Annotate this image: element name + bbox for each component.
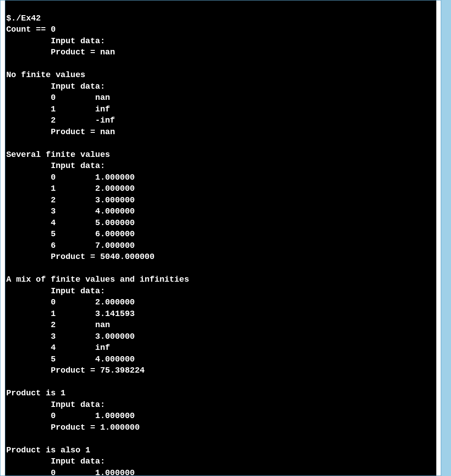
row-index: 3 <box>51 331 95 343</box>
row-index: 4 <box>51 217 95 229</box>
data-row: 33.000000 <box>6 331 436 343</box>
input-data-header: Input data: <box>6 399 436 411</box>
blank-line <box>6 433 436 445</box>
row-value: nan <box>95 320 110 330</box>
row-index: 5 <box>51 229 95 240</box>
block-title: Product is also 1 <box>6 445 436 456</box>
row-value: inf <box>95 105 110 114</box>
input-data-header: Input data: <box>6 81 436 93</box>
row-index: 0 <box>51 92 95 104</box>
data-row: 56.000000 <box>6 229 436 240</box>
data-row: 1inf <box>6 104 436 115</box>
row-index: 0 <box>51 410 95 422</box>
product-line: Product = 1.000000 <box>6 422 436 434</box>
data-row: 01.000000 <box>6 410 436 422</box>
content-panel: $./Ex42Count == 0Input data:Product = na… <box>0 0 441 476</box>
product-line: Product = 75.398224 <box>6 365 436 377</box>
block-title: No finite values <box>6 70 436 81</box>
row-value: 4.000000 <box>95 355 135 364</box>
row-value: 1.000000 <box>95 173 135 182</box>
product-label: Product = <box>51 366 100 375</box>
row-value: 1.000000 <box>95 411 135 421</box>
row-value: inf <box>95 343 110 353</box>
product-value: nan <box>100 48 115 57</box>
product-value: 1.000000 <box>100 423 140 432</box>
product-value: 5040.000000 <box>100 252 154 262</box>
data-row: 01.000000 <box>6 468 436 476</box>
data-row: 2nan <box>6 320 436 331</box>
product-line: Product = nan <box>6 127 436 138</box>
row-index: 4 <box>51 342 95 354</box>
input-data-header: Input data: <box>6 160 436 172</box>
row-value: nan <box>95 93 110 103</box>
row-value: -inf <box>95 116 115 125</box>
product-label: Product = <box>51 423 100 432</box>
row-index: 2 <box>51 320 95 331</box>
data-row: 67.000000 <box>6 240 436 252</box>
data-row: 34.000000 <box>6 206 436 217</box>
row-value: 1.000000 <box>95 468 135 476</box>
row-value: 6.000000 <box>95 230 135 239</box>
data-row: 01.000000 <box>6 172 436 184</box>
block-title: Product is 1 <box>6 388 436 399</box>
row-index: 0 <box>51 297 95 308</box>
input-data-header: Input data: <box>6 36 436 47</box>
data-row: 02.000000 <box>6 297 436 308</box>
row-index: 2 <box>51 195 95 206</box>
product-label: Product = <box>51 48 100 57</box>
row-index: 0 <box>51 468 95 476</box>
row-index: 2 <box>51 115 95 127</box>
data-row: 45.000000 <box>6 217 436 229</box>
command-line: $./Ex42 <box>6 13 436 25</box>
data-row: 54.000000 <box>6 354 436 365</box>
data-row: 13.141593 <box>6 308 436 320</box>
row-index: 3 <box>51 206 95 217</box>
block-title: A mix of finite values and infinities <box>6 274 436 286</box>
row-index: 1 <box>51 104 95 115</box>
row-index: 1 <box>51 183 95 195</box>
row-value: 3.000000 <box>95 332 135 341</box>
blank-line <box>6 138 436 149</box>
product-label: Product = <box>51 127 100 137</box>
product-label: Product = <box>51 252 100 262</box>
data-row: 23.000000 <box>6 195 436 206</box>
row-value: 7.000000 <box>95 241 135 250</box>
row-value: 4.000000 <box>95 207 135 216</box>
product-value: nan <box>100 127 115 137</box>
input-data-header: Input data: <box>6 286 436 297</box>
data-row: 0nan <box>6 92 436 104</box>
blank-line <box>6 377 436 388</box>
block-title: Count == 0 <box>6 24 436 36</box>
terminal-output[interactable]: $./Ex42Count == 0Input data:Product = na… <box>5 0 436 476</box>
row-index: 0 <box>51 172 95 184</box>
row-value: 2.000000 <box>95 184 135 193</box>
data-row: 4inf <box>6 342 436 354</box>
product-line: Product = nan <box>6 47 436 58</box>
row-value: 5.000000 <box>95 218 135 228</box>
row-value: 2.000000 <box>95 298 135 307</box>
page-background: $./Ex42Count == 0Input data:Product = na… <box>0 0 451 476</box>
data-row: 12.000000 <box>6 183 436 195</box>
row-index: 6 <box>51 240 95 252</box>
row-value: 3.141593 <box>95 309 135 319</box>
row-index: 5 <box>51 354 95 365</box>
input-data-header: Input data: <box>6 456 436 468</box>
block-title: Several finite values <box>6 149 436 161</box>
product-value: 75.398224 <box>100 366 145 375</box>
blank-line <box>6 58 436 70</box>
product-line: Product = 5040.000000 <box>6 251 436 263</box>
blank-line <box>6 263 436 275</box>
row-index: 1 <box>51 308 95 320</box>
data-row: 2-inf <box>6 115 436 127</box>
row-value: 3.000000 <box>95 196 135 205</box>
